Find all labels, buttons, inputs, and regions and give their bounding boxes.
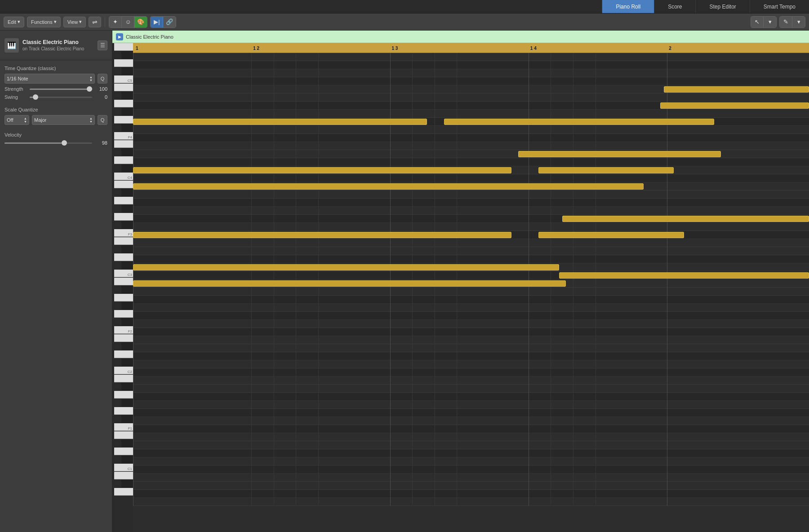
edit-menu[interactable]: Edit ▾ [4,17,24,27]
piano-key[interactable] [114,472,133,479]
pencil-down-btn[interactable]: ▾ [792,17,805,27]
piano-key[interactable] [121,456,133,463]
piano-key[interactable] [114,391,133,399]
piano-key[interactable] [114,100,133,107]
piano-key[interactable] [114,140,133,148]
piano-key[interactable]: F4 [114,132,133,140]
scale-type-select[interactable]: Major ▲ ▼ [32,115,95,125]
piano-key[interactable] [121,318,133,326]
midi-note[interactable] [133,167,511,173]
piano-key[interactable] [114,278,133,285]
piano-key[interactable] [114,310,133,318]
piano-key[interactable] [114,59,133,67]
grid-row [133,320,809,328]
piano-key[interactable] [121,415,133,423]
cursor-tool-btn[interactable]: ✦ [109,17,122,27]
midi-note[interactable] [133,183,644,190]
piano-key[interactable] [121,124,133,132]
piano-key[interactable] [121,399,133,407]
piano-key[interactable] [114,84,133,91]
link-tool-btn[interactable]: 🔗 [163,17,176,27]
note-value-select[interactable]: 1/16 Note ▲ ▼ [4,74,95,84]
piano-key[interactable] [114,237,133,245]
view-menu[interactable]: View ▾ [63,17,86,27]
piano-key[interactable] [121,189,133,196]
piano-key[interactable] [121,383,133,390]
piano-key[interactable] [121,359,133,366]
arrow-tool-btn[interactable]: ↖ [751,17,764,27]
piano-key[interactable] [121,302,133,310]
piano-key[interactable]: F2 [114,326,133,334]
piano-key[interactable] [114,253,133,261]
scale-off-select[interactable]: Off ▲ ▼ [4,115,29,125]
grid-area[interactable]: 1 1 2 1 3 1 4 2 [133,43,809,532]
piano-key[interactable] [114,156,133,164]
tab-score[interactable]: Score [654,0,695,13]
piano-key[interactable] [114,43,133,51]
piano-key[interactable] [114,334,133,342]
piano-key[interactable] [121,480,133,488]
piano-key[interactable] [114,448,133,455]
velocity-slider[interactable] [4,142,92,144]
piano-key[interactable]: C5 [114,75,133,83]
piano-key[interactable] [114,375,133,382]
midi-note[interactable] [133,280,566,287]
piano-key[interactable] [121,108,133,115]
tab-step-editor[interactable]: Step Editor [695,0,749,13]
piano-key[interactable]: C2 [114,367,133,374]
midi-note[interactable] [518,151,721,157]
midi-note[interactable] [133,264,559,270]
pencil-tool-btn[interactable]: ✎ [780,17,792,27]
piano-key[interactable] [121,245,133,253]
piano-key[interactable] [114,181,133,188]
strength-slider[interactable] [30,89,92,90]
piano-key[interactable]: C3 [114,270,133,277]
piano-key[interactable] [121,205,133,213]
swing-slider[interactable] [30,97,92,98]
piano-key[interactable] [114,116,133,124]
quantize-q-btn[interactable]: Q [98,74,107,84]
color-tool-btn[interactable]: 🎨 [134,17,147,27]
grid-row [133,490,809,498]
region-play-btn[interactable]: ▶ [116,33,123,40]
midi-note[interactable] [538,167,674,173]
midi-note[interactable] [562,216,809,222]
piano-key[interactable] [121,67,133,75]
piano-key[interactable] [121,92,133,99]
piano-key[interactable] [121,262,133,269]
adjust-icon-btn[interactable]: ⇌ [89,17,101,27]
piano-key[interactable] [114,213,133,221]
midi-note[interactable] [133,119,427,125]
scale-q-btn[interactable]: Q [98,115,107,125]
midi-note[interactable] [133,232,511,238]
piano-key[interactable] [121,286,133,293]
track-list-btn[interactable]: ☰ [98,40,107,50]
piano-key[interactable] [121,51,133,59]
piano-key[interactable] [121,221,133,229]
midi-note[interactable] [538,232,684,238]
piano-key[interactable] [114,407,133,415]
piano-key[interactable] [121,439,133,447]
midi-note[interactable] [444,119,715,125]
piano-key[interactable]: C4 [114,173,133,180]
piano-key[interactable] [114,350,133,358]
piano-key[interactable]: F1 [114,423,133,431]
midi-note[interactable] [660,102,809,109]
piano-key[interactable] [121,342,133,350]
smiley-tool-btn[interactable]: ☺ [122,17,134,27]
arrow-down-btn[interactable]: ▾ [764,17,776,27]
functions-menu[interactable]: Functions ▾ [27,17,61,27]
piano-key[interactable] [121,148,133,156]
piano-key[interactable]: C1 [114,464,133,471]
midi-note[interactable] [664,86,809,93]
midi-note[interactable] [559,272,809,279]
tab-smart-tempo[interactable]: Smart Tempo [750,0,809,13]
piano-key[interactable]: F3 [114,229,133,237]
play-tool-btn[interactable]: ▶| [151,17,163,27]
piano-key[interactable] [121,164,133,172]
piano-key[interactable] [114,197,133,204]
piano-key[interactable] [114,294,133,301]
piano-key[interactable] [114,488,133,496]
tab-piano-roll[interactable]: Piano Roll [602,0,654,13]
piano-key[interactable] [114,431,133,439]
